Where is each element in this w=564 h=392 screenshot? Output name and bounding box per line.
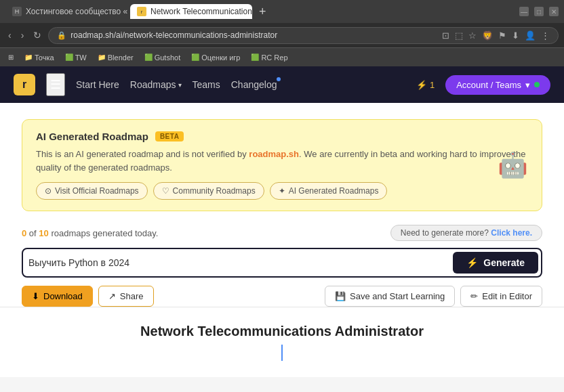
close-button[interactable]: ✕ <box>549 7 559 16</box>
bookmark-apps[interactable]: ⊞ <box>5 52 16 62</box>
roadmap-line <box>281 345 283 361</box>
need-more-button[interactable]: Need to generate more? Click here. <box>390 225 542 241</box>
minimize-button[interactable]: — <box>519 7 529 16</box>
community-label: Community Roadmaps <box>173 186 256 196</box>
address-text: roadmap.sh/ai/network-telecommunications… <box>70 30 277 40</box>
bookmark-tochka-label: Точка <box>35 53 54 62</box>
star-icon[interactable]: ☆ <box>468 30 477 41</box>
nav-teams[interactable]: Teams <box>193 79 220 90</box>
tab-2[interactable]: r Network Telecommunications A... ✕ <box>130 4 252 19</box>
banner-links: ⊙ Visit Official Roadmaps ♡ Community Ro… <box>36 182 528 200</box>
banner-header: AI Generated Roadmap BETA <box>36 131 528 142</box>
lightning-badge: ⚡ 1 <box>416 80 435 90</box>
generate-lightning-icon: ⚡ <box>466 257 478 268</box>
edit-label: Edit in Editor <box>482 291 532 301</box>
nav-changelog[interactable]: Changelog <box>231 79 277 90</box>
rc-icon: 🟩 <box>251 53 259 61</box>
roadmaps-chevron-icon: ▾ <box>178 81 182 89</box>
official-roadmaps-label: Visit Official Roadmaps <box>55 186 139 196</box>
tab-1-favicon: H <box>12 7 22 16</box>
save-icon: 💾 <box>335 291 346 301</box>
new-tab-button[interactable]: + <box>255 5 270 19</box>
apps-icon: ⊞ <box>8 53 14 61</box>
forward-button[interactable]: › <box>18 28 27 42</box>
extension-icon[interactable]: 🦁 <box>482 30 493 41</box>
share-button[interactable]: ↗ Share <box>98 286 154 307</box>
save-label: Save and Start Learning <box>350 291 445 301</box>
nav-roadmaps-label: Roadmaps <box>130 79 176 90</box>
generate-box: ⚡ Generate <box>22 248 542 278</box>
flag-icon[interactable]: ⚑ <box>498 30 506 41</box>
share-label: Share <box>120 291 144 301</box>
hamburger-menu[interactable]: ☰ <box>46 73 65 96</box>
browser-chrome: H Хостинговое сообщество «Tim... ✕ r Net… <box>0 0 564 66</box>
lightning-icon: ⚡ <box>416 80 427 90</box>
need-more-pre: Need to generate more? <box>401 228 489 238</box>
official-roadmaps-icon: ⊙ <box>45 186 52 196</box>
share-icon: ↗ <box>108 291 116 301</box>
tab-1[interactable]: H Хостинговое сообщество «Tim... ✕ <box>5 4 127 19</box>
need-more-link: Click here. <box>491 228 532 238</box>
screen-icon[interactable]: ⬚ <box>455 30 463 41</box>
bookmark-gutshot[interactable]: 🟩 Gutshot <box>142 52 184 63</box>
logo[interactable]: r <box>14 74 35 95</box>
nav-roadmaps[interactable]: Roadmaps ▾ <box>130 79 182 90</box>
generate-input[interactable] <box>28 252 447 274</box>
window-controls: — □ ✕ <box>519 7 559 16</box>
download-button[interactable]: ⬇ Download <box>22 286 93 307</box>
bookmark-scores-label: Оценки игр <box>201 53 240 62</box>
lightning-count: 1 <box>430 80 435 90</box>
ai-label: AI Generated Roadmaps <box>289 186 379 196</box>
chevron-down-icon: ▾ <box>525 80 530 90</box>
online-dot <box>534 82 540 87</box>
bookmark-blender-label: Blender <box>108 53 134 62</box>
robot-icon: 🤖 <box>498 151 528 179</box>
visit-official-roadmaps-btn[interactable]: ⊙ Visit Official Roadmaps <box>36 182 148 200</box>
beta-badge: BETA <box>155 131 184 141</box>
save-start-learning-button[interactable]: 💾 Save and Start Learning <box>325 286 455 307</box>
download-label: Download <box>43 291 83 301</box>
bookmark-tw-label: TW <box>75 53 87 62</box>
community-icon: ♡ <box>162 186 169 196</box>
reload-button[interactable]: ↻ <box>31 28 44 42</box>
tw-icon: 🟩 <box>65 53 73 61</box>
menu-icon[interactable]: ⋮ <box>541 30 550 41</box>
download-icon: ⬇ <box>32 291 39 301</box>
brand-link[interactable]: roadmap.sh <box>249 149 299 159</box>
bookmark-blender[interactable]: 📁 Blender <box>95 52 136 63</box>
gutshot-icon: 🟩 <box>144 53 153 61</box>
profile-icon[interactable]: 👤 <box>525 30 536 41</box>
address-bar-icons: ⊡ ⬚ ☆ 🦁 ⚑ ⬇ 👤 ⋮ <box>442 30 550 41</box>
community-roadmaps-btn[interactable]: ♡ Community Roadmaps <box>153 182 264 200</box>
nav-start-here[interactable]: Start Here <box>76 79 119 90</box>
address-bar-row: ‹ › ↻ 🔒 roadmap.sh/ai/network-telecommun… <box>0 23 564 47</box>
ai-roadmaps-btn[interactable]: ✦ AI Generated Roadmaps <box>270 182 388 200</box>
account-button[interactable]: Account / Teams ▾ <box>445 75 550 95</box>
account-label: Account / Teams <box>456 80 521 90</box>
tab-2-title: Network Telecommunications A... <box>150 7 252 16</box>
banner-title: AI Generated Roadmap <box>36 131 148 142</box>
bookmark-scores[interactable]: 🟩 Оценки игр <box>188 52 243 63</box>
bookmark-rc[interactable]: 🟩 RC Rep <box>248 52 290 63</box>
bookmark-tochka[interactable]: 📁 Точка <box>22 52 57 63</box>
ai-banner: AI Generated Roadmap BETA This is an AI … <box>22 119 542 211</box>
generate-button[interactable]: ⚡ Generate <box>453 252 538 274</box>
app-container: r ☰ Start Here Roadmaps ▾ Teams Changelo… <box>0 66 564 377</box>
main-content: AI Generated Roadmap BETA This is an AI … <box>0 103 564 377</box>
edit-in-editor-button[interactable]: ✏ Edit in Editor <box>460 286 542 307</box>
roadmap-title-section: Network Telecommunications Administrator <box>22 307 542 361</box>
edit-icon: ✏ <box>470 291 478 301</box>
title-bar: H Хостинговое сообщество «Tim... ✕ r Net… <box>0 0 564 23</box>
cast-icon[interactable]: ⊡ <box>442 30 449 41</box>
tab-1-title: Хостинговое сообщество «Tim... <box>26 7 127 16</box>
bookmark-tw[interactable]: 🟩 TW <box>62 52 89 63</box>
address-bar[interactable]: 🔒 roadmap.sh/ai/network-telecommunicatio… <box>48 27 559 44</box>
action-buttons: ⬇ Download ↗ Share 💾 Save and Start Lear… <box>22 286 542 307</box>
bookmarks-bar: ⊞ 📁 Точка 🟩 TW 📁 Blender 🟩 Gutshot 🟩 Оце… <box>0 47 564 66</box>
download-addr-icon[interactable]: ⬇ <box>512 30 519 41</box>
ai-icon: ✦ <box>279 186 285 196</box>
maximize-button[interactable]: □ <box>534 7 544 16</box>
generate-meta: 0 of 10 roadmaps generated today. Need t… <box>22 225 542 241</box>
bookmark-gutshot-label: Gutshot <box>155 53 181 62</box>
back-button[interactable]: ‹ <box>5 28 14 42</box>
